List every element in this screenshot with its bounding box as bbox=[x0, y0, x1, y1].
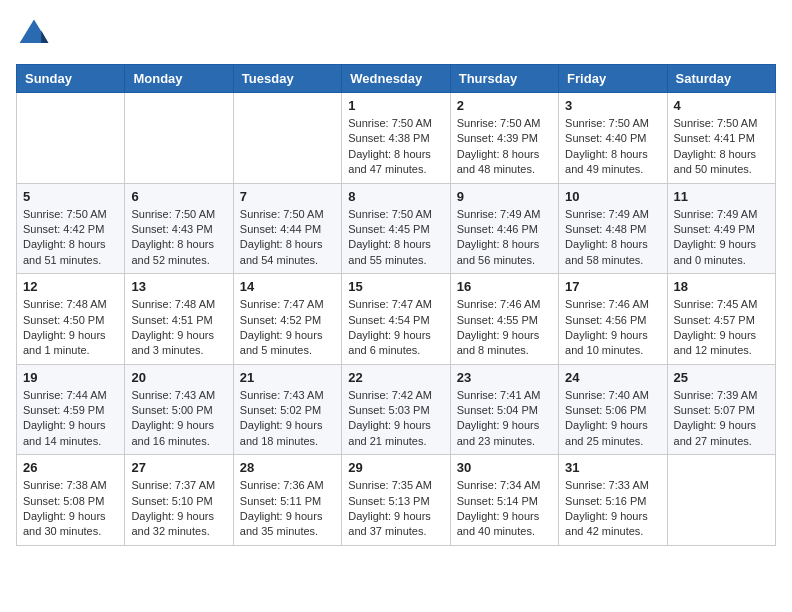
day-info: Sunrise: 7:41 AM Sunset: 5:04 PM Dayligh… bbox=[457, 388, 552, 450]
day-cell: 25Sunrise: 7:39 AM Sunset: 5:07 PM Dayli… bbox=[667, 364, 775, 455]
day-number: 9 bbox=[457, 189, 552, 204]
day-cell: 19Sunrise: 7:44 AM Sunset: 4:59 PM Dayli… bbox=[17, 364, 125, 455]
day-cell: 13Sunrise: 7:48 AM Sunset: 4:51 PM Dayli… bbox=[125, 274, 233, 365]
day-info: Sunrise: 7:36 AM Sunset: 5:11 PM Dayligh… bbox=[240, 478, 335, 540]
day-number: 29 bbox=[348, 460, 443, 475]
day-number: 24 bbox=[565, 370, 660, 385]
day-number: 8 bbox=[348, 189, 443, 204]
day-cell: 3Sunrise: 7:50 AM Sunset: 4:40 PM Daylig… bbox=[559, 93, 667, 184]
day-info: Sunrise: 7:38 AM Sunset: 5:08 PM Dayligh… bbox=[23, 478, 118, 540]
svg-marker-1 bbox=[41, 30, 48, 43]
day-info: Sunrise: 7:47 AM Sunset: 4:54 PM Dayligh… bbox=[348, 297, 443, 359]
day-cell: 5Sunrise: 7:50 AM Sunset: 4:42 PM Daylig… bbox=[17, 183, 125, 274]
day-number: 5 bbox=[23, 189, 118, 204]
day-number: 3 bbox=[565, 98, 660, 113]
day-info: Sunrise: 7:50 AM Sunset: 4:40 PM Dayligh… bbox=[565, 116, 660, 178]
day-cell: 14Sunrise: 7:47 AM Sunset: 4:52 PM Dayli… bbox=[233, 274, 341, 365]
day-info: Sunrise: 7:49 AM Sunset: 4:49 PM Dayligh… bbox=[674, 207, 769, 269]
day-cell: 9Sunrise: 7:49 AM Sunset: 4:46 PM Daylig… bbox=[450, 183, 558, 274]
day-cell: 11Sunrise: 7:49 AM Sunset: 4:49 PM Dayli… bbox=[667, 183, 775, 274]
day-number: 26 bbox=[23, 460, 118, 475]
weekday-header-monday: Monday bbox=[125, 65, 233, 93]
day-cell: 28Sunrise: 7:36 AM Sunset: 5:11 PM Dayli… bbox=[233, 455, 341, 546]
weekday-header-tuesday: Tuesday bbox=[233, 65, 341, 93]
day-cell: 17Sunrise: 7:46 AM Sunset: 4:56 PM Dayli… bbox=[559, 274, 667, 365]
day-number: 31 bbox=[565, 460, 660, 475]
day-info: Sunrise: 7:44 AM Sunset: 4:59 PM Dayligh… bbox=[23, 388, 118, 450]
day-cell: 22Sunrise: 7:42 AM Sunset: 5:03 PM Dayli… bbox=[342, 364, 450, 455]
day-info: Sunrise: 7:43 AM Sunset: 5:02 PM Dayligh… bbox=[240, 388, 335, 450]
day-cell: 26Sunrise: 7:38 AM Sunset: 5:08 PM Dayli… bbox=[17, 455, 125, 546]
weekday-header-row: SundayMondayTuesdayWednesdayThursdayFrid… bbox=[17, 65, 776, 93]
day-cell: 30Sunrise: 7:34 AM Sunset: 5:14 PM Dayli… bbox=[450, 455, 558, 546]
calendar-table: SundayMondayTuesdayWednesdayThursdayFrid… bbox=[16, 64, 776, 546]
day-number: 11 bbox=[674, 189, 769, 204]
day-number: 7 bbox=[240, 189, 335, 204]
day-number: 22 bbox=[348, 370, 443, 385]
day-cell: 29Sunrise: 7:35 AM Sunset: 5:13 PM Dayli… bbox=[342, 455, 450, 546]
day-cell bbox=[667, 455, 775, 546]
weekday-header-sunday: Sunday bbox=[17, 65, 125, 93]
day-cell: 1Sunrise: 7:50 AM Sunset: 4:38 PM Daylig… bbox=[342, 93, 450, 184]
day-info: Sunrise: 7:43 AM Sunset: 5:00 PM Dayligh… bbox=[131, 388, 226, 450]
week-row-4: 19Sunrise: 7:44 AM Sunset: 4:59 PM Dayli… bbox=[17, 364, 776, 455]
day-cell: 20Sunrise: 7:43 AM Sunset: 5:00 PM Dayli… bbox=[125, 364, 233, 455]
day-cell: 12Sunrise: 7:48 AM Sunset: 4:50 PM Dayli… bbox=[17, 274, 125, 365]
day-info: Sunrise: 7:46 AM Sunset: 4:56 PM Dayligh… bbox=[565, 297, 660, 359]
day-cell bbox=[233, 93, 341, 184]
day-cell: 18Sunrise: 7:45 AM Sunset: 4:57 PM Dayli… bbox=[667, 274, 775, 365]
day-number: 14 bbox=[240, 279, 335, 294]
weekday-header-friday: Friday bbox=[559, 65, 667, 93]
day-number: 28 bbox=[240, 460, 335, 475]
day-number: 25 bbox=[674, 370, 769, 385]
day-cell: 24Sunrise: 7:40 AM Sunset: 5:06 PM Dayli… bbox=[559, 364, 667, 455]
day-number: 10 bbox=[565, 189, 660, 204]
day-info: Sunrise: 7:48 AM Sunset: 4:50 PM Dayligh… bbox=[23, 297, 118, 359]
week-row-3: 12Sunrise: 7:48 AM Sunset: 4:50 PM Dayli… bbox=[17, 274, 776, 365]
day-cell: 2Sunrise: 7:50 AM Sunset: 4:39 PM Daylig… bbox=[450, 93, 558, 184]
day-number: 19 bbox=[23, 370, 118, 385]
day-info: Sunrise: 7:33 AM Sunset: 5:16 PM Dayligh… bbox=[565, 478, 660, 540]
day-cell: 31Sunrise: 7:33 AM Sunset: 5:16 PM Dayli… bbox=[559, 455, 667, 546]
day-info: Sunrise: 7:35 AM Sunset: 5:13 PM Dayligh… bbox=[348, 478, 443, 540]
day-number: 6 bbox=[131, 189, 226, 204]
logo bbox=[16, 16, 58, 52]
day-number: 23 bbox=[457, 370, 552, 385]
day-cell: 4Sunrise: 7:50 AM Sunset: 4:41 PM Daylig… bbox=[667, 93, 775, 184]
day-cell: 8Sunrise: 7:50 AM Sunset: 4:45 PM Daylig… bbox=[342, 183, 450, 274]
day-cell bbox=[17, 93, 125, 184]
day-info: Sunrise: 7:46 AM Sunset: 4:55 PM Dayligh… bbox=[457, 297, 552, 359]
day-number: 20 bbox=[131, 370, 226, 385]
day-number: 30 bbox=[457, 460, 552, 475]
week-row-5: 26Sunrise: 7:38 AM Sunset: 5:08 PM Dayli… bbox=[17, 455, 776, 546]
day-number: 12 bbox=[23, 279, 118, 294]
day-info: Sunrise: 7:45 AM Sunset: 4:57 PM Dayligh… bbox=[674, 297, 769, 359]
week-row-2: 5Sunrise: 7:50 AM Sunset: 4:42 PM Daylig… bbox=[17, 183, 776, 274]
day-cell: 23Sunrise: 7:41 AM Sunset: 5:04 PM Dayli… bbox=[450, 364, 558, 455]
weekday-header-thursday: Thursday bbox=[450, 65, 558, 93]
day-info: Sunrise: 7:50 AM Sunset: 4:39 PM Dayligh… bbox=[457, 116, 552, 178]
logo-icon bbox=[16, 16, 52, 52]
day-number: 21 bbox=[240, 370, 335, 385]
day-cell: 7Sunrise: 7:50 AM Sunset: 4:44 PM Daylig… bbox=[233, 183, 341, 274]
day-info: Sunrise: 7:47 AM Sunset: 4:52 PM Dayligh… bbox=[240, 297, 335, 359]
day-info: Sunrise: 7:50 AM Sunset: 4:43 PM Dayligh… bbox=[131, 207, 226, 269]
day-cell: 27Sunrise: 7:37 AM Sunset: 5:10 PM Dayli… bbox=[125, 455, 233, 546]
day-info: Sunrise: 7:39 AM Sunset: 5:07 PM Dayligh… bbox=[674, 388, 769, 450]
day-number: 15 bbox=[348, 279, 443, 294]
day-info: Sunrise: 7:50 AM Sunset: 4:44 PM Dayligh… bbox=[240, 207, 335, 269]
day-info: Sunrise: 7:48 AM Sunset: 4:51 PM Dayligh… bbox=[131, 297, 226, 359]
day-info: Sunrise: 7:49 AM Sunset: 4:46 PM Dayligh… bbox=[457, 207, 552, 269]
day-cell: 10Sunrise: 7:49 AM Sunset: 4:48 PM Dayli… bbox=[559, 183, 667, 274]
day-cell: 16Sunrise: 7:46 AM Sunset: 4:55 PM Dayli… bbox=[450, 274, 558, 365]
day-info: Sunrise: 7:50 AM Sunset: 4:42 PM Dayligh… bbox=[23, 207, 118, 269]
day-info: Sunrise: 7:50 AM Sunset: 4:38 PM Dayligh… bbox=[348, 116, 443, 178]
weekday-header-wednesday: Wednesday bbox=[342, 65, 450, 93]
day-cell: 15Sunrise: 7:47 AM Sunset: 4:54 PM Dayli… bbox=[342, 274, 450, 365]
day-cell: 21Sunrise: 7:43 AM Sunset: 5:02 PM Dayli… bbox=[233, 364, 341, 455]
day-number: 18 bbox=[674, 279, 769, 294]
day-info: Sunrise: 7:42 AM Sunset: 5:03 PM Dayligh… bbox=[348, 388, 443, 450]
day-info: Sunrise: 7:49 AM Sunset: 4:48 PM Dayligh… bbox=[565, 207, 660, 269]
day-number: 4 bbox=[674, 98, 769, 113]
day-cell bbox=[125, 93, 233, 184]
